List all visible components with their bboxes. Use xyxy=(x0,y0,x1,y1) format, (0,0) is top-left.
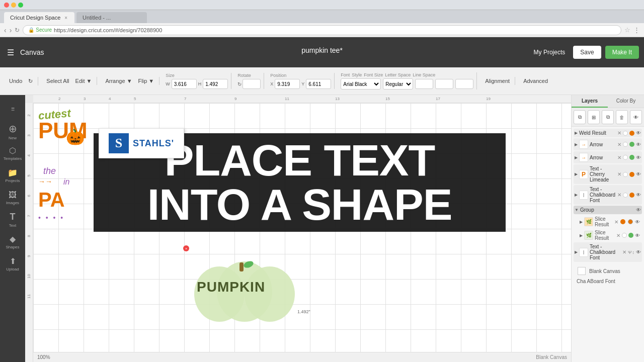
sidebar-item-menu[interactable]: ☰ xyxy=(3,99,23,119)
x-icon[interactable]: ✕ xyxy=(617,192,621,198)
canvas-content[interactable]: cutest PUM 🎃 the →→ in PA • • • • × xyxy=(33,103,571,352)
tab-close-icon[interactable]: × xyxy=(64,15,67,21)
layer-text-chalkboard-1[interactable]: ▶ I Text - Chalkboard Font ✕ 👁 xyxy=(574,185,642,205)
x-icon[interactable]: ✕ xyxy=(622,249,626,255)
layer-slice-1[interactable]: ▶ 🌿 Slice Result ✕ 👁 xyxy=(574,215,642,228)
layer-list: ▶ Weld Result ✕ 👁 ▶ → Arrow ✕ xyxy=(572,127,644,288)
eye-icon[interactable]: 👁 xyxy=(635,233,640,238)
make-it-button[interactable]: Make It xyxy=(605,46,639,59)
arrange-button[interactable]: Arrange ▼ xyxy=(103,77,134,85)
group-label: Group xyxy=(580,207,634,213)
advanced-button[interactable]: Advanced xyxy=(521,77,550,85)
ungroup-button[interactable]: ⧉ xyxy=(574,110,586,124)
templates-icon: ⬡ xyxy=(9,146,16,155)
letter-space-input[interactable] xyxy=(435,79,453,89)
layer-group[interactable]: ▼ Group 👁 xyxy=(574,206,642,214)
x-input[interactable] xyxy=(275,79,300,89)
duplicate-button[interactable]: ⧉ xyxy=(602,110,614,124)
width-input[interactable] xyxy=(172,79,197,89)
group-button[interactable]: ⊞ xyxy=(588,110,600,124)
select-all-button[interactable]: Select All xyxy=(44,77,71,85)
line-space-input[interactable] xyxy=(455,79,473,89)
redo-button[interactable]: ↻ xyxy=(26,77,35,85)
sidebar-item-templates[interactable]: ⬡ Templates xyxy=(3,143,23,163)
x-icon[interactable]: ✕ xyxy=(617,155,621,160)
sidebar-item-shapes[interactable]: ◆ Shapes xyxy=(3,232,23,252)
text-icon: T xyxy=(10,212,16,222)
sidebar-item-images[interactable]: 🖼 Images xyxy=(3,188,23,208)
height-input[interactable] xyxy=(203,79,228,89)
menu-icon[interactable]: ⋮ xyxy=(633,26,640,34)
close-btn[interactable] xyxy=(4,3,9,8)
shapes-label: Shapes xyxy=(6,245,19,249)
undo-button[interactable]: Undo xyxy=(7,77,24,85)
tab-other[interactable]: Untitled - ... xyxy=(76,12,147,23)
arrange-group: Arrange ▼ Flip ▼ xyxy=(100,77,159,85)
sidebar-item-new[interactable]: ⊕ New xyxy=(3,121,23,141)
x-icon[interactable]: ✕ xyxy=(616,233,620,238)
svg-rect-3 xyxy=(239,262,244,272)
eye-button[interactable]: 👁 xyxy=(630,110,642,124)
color-dot-orange xyxy=(629,131,634,136)
font-label: Font xyxy=(341,72,350,77)
refresh-icon[interactable]: ↻ xyxy=(15,27,20,34)
rotate-input[interactable] xyxy=(243,79,261,89)
sub-toolbar: Undo ↻ Select All Edit ▼ Arrange ▼ Flip … xyxy=(0,67,644,95)
save-button[interactable]: Save xyxy=(573,46,601,59)
tab-color-by[interactable]: Color By xyxy=(608,95,644,108)
delete-handle[interactable]: × xyxy=(183,245,189,251)
new-icon: ⊕ xyxy=(9,123,17,135)
layer-text-chalkboard-2[interactable]: ▶ I Text - Chalkboard Font ✕ Ψ ↕ 👁 xyxy=(574,242,642,262)
font-select[interactable]: Arial Black xyxy=(341,78,381,89)
back-icon[interactable]: ‹ xyxy=(4,26,7,34)
eye-icon[interactable]: 👁 xyxy=(636,207,641,213)
eye-icon[interactable]: 👁 xyxy=(636,130,641,136)
x-icon[interactable]: ✕ xyxy=(617,171,621,177)
layer-slice-2[interactable]: ▶ 🌿 Slice Result ✕ 👁 xyxy=(574,229,642,242)
arrow-preview: → xyxy=(579,153,588,162)
layer-weld-result[interactable]: ▶ Weld Result ✕ 👁 xyxy=(574,129,642,137)
chevron-icon: ▶ xyxy=(575,142,578,147)
star-icon[interactable]: ☆ xyxy=(624,26,630,34)
forward-icon[interactable]: › xyxy=(10,26,12,34)
eye-icon[interactable]: 👁 xyxy=(636,155,641,160)
style-select[interactable]: Regular xyxy=(383,78,413,89)
text-chalkboard-label: Text - Chalkboard Font xyxy=(590,187,616,203)
pumpkin-element[interactable]: × PUMPKIN xyxy=(189,251,300,329)
browser-window-controls xyxy=(0,0,644,10)
eye-icon[interactable]: 👁 xyxy=(636,142,641,147)
x-icon[interactable]: ✕ xyxy=(617,142,621,147)
eye-icon[interactable]: 👁 xyxy=(635,219,640,225)
layer-arrow-1[interactable]: ▶ → Arrow ✕ 👁 xyxy=(574,138,642,150)
minimize-btn[interactable] xyxy=(11,3,16,8)
flip-button[interactable]: Flip ▼ xyxy=(136,77,156,85)
tab-layers[interactable]: Layers xyxy=(572,95,608,108)
eye-icon[interactable]: 👁 xyxy=(636,192,641,198)
tab-other-label: Untitled - ... xyxy=(83,15,111,21)
delete-button[interactable]: 🗑 xyxy=(616,110,628,124)
color-dot-white xyxy=(623,193,628,198)
chevron-icon: ▶ xyxy=(575,172,578,176)
y-input[interactable] xyxy=(306,79,331,89)
chevron-icon: ▶ xyxy=(580,220,583,224)
x-icon[interactable]: ✕ xyxy=(617,130,621,136)
width-label: W xyxy=(166,81,170,86)
sidebar-item-text[interactable]: T Text xyxy=(3,210,23,230)
color-dot-white xyxy=(623,131,628,136)
maximize-btn[interactable] xyxy=(18,3,23,8)
eye-icon[interactable]: 👁 xyxy=(636,249,641,255)
sidebar-item-projects[interactable]: 📁 Projects xyxy=(3,165,23,186)
layer-text-cherry[interactable]: ▶ P Text - Cherry Limeade ✕ 👁 xyxy=(574,164,642,184)
hamburger-menu[interactable]: ☰ xyxy=(5,46,16,59)
address-input[interactable]: 🔒 Secure https://design.cricut.com/#/des… xyxy=(23,25,621,35)
my-projects-button[interactable]: My Projects xyxy=(530,47,570,58)
font-size-input[interactable] xyxy=(415,79,433,89)
edit-button[interactable]: Edit ▼ xyxy=(73,77,94,85)
alignment-button[interactable]: Alignment xyxy=(483,77,512,85)
sidebar-item-upload[interactable]: ⬆ Upload xyxy=(3,254,23,274)
tab-cricut[interactable]: Cricut Design Space × xyxy=(4,12,74,23)
arrow-preview: → xyxy=(579,140,588,149)
eye-icon[interactable]: 👁 xyxy=(636,171,641,177)
layer-arrow-2[interactable]: ▶ → Arrow ✕ 👁 xyxy=(574,151,642,163)
x-icon[interactable]: ✕ xyxy=(614,219,618,225)
